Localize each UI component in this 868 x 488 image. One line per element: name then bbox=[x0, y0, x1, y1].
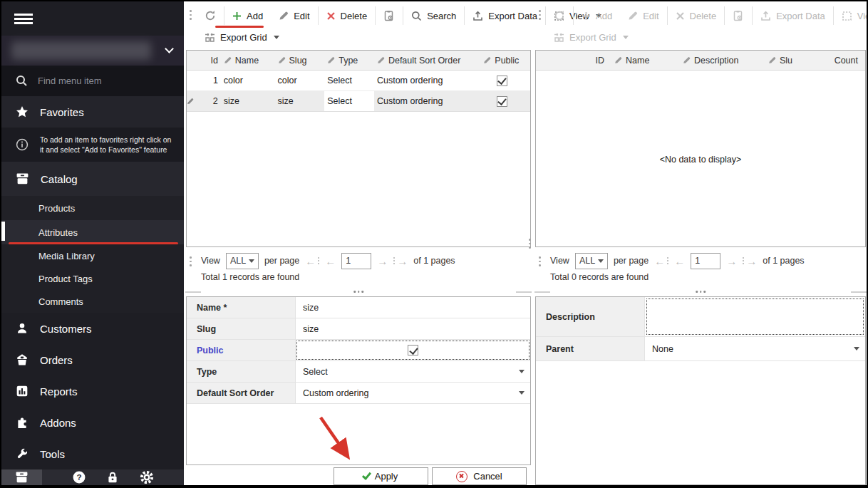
first-page-button[interactable]: ← bbox=[305, 256, 319, 266]
sidebar-item-tools[interactable]: Tools bbox=[1, 438, 184, 469]
column-header-public[interactable]: Public bbox=[473, 51, 530, 70]
refresh-button[interactable] bbox=[546, 6, 573, 25]
next-page-button[interactable]: → bbox=[377, 256, 388, 266]
lock-button[interactable] bbox=[106, 471, 119, 484]
plus-icon bbox=[232, 11, 242, 21]
grid-row-size-selected[interactable]: 2 size size Select Custom ordering bbox=[187, 91, 530, 112]
view-dropdown-button[interactable]: View bbox=[834, 6, 868, 25]
plus-icon bbox=[582, 11, 591, 21]
grid-resize-handle[interactable] bbox=[529, 239, 531, 249]
column-header-name[interactable]: Name bbox=[607, 51, 676, 70]
sort-dropdown[interactable]: Custom ordering bbox=[296, 383, 530, 403]
hamburger-menu-button[interactable] bbox=[1, 1, 184, 36]
account-selector[interactable] bbox=[1, 36, 184, 66]
check-icon bbox=[362, 470, 371, 480]
page-size-select[interactable]: ALL bbox=[226, 253, 259, 269]
column-header-slug[interactable]: Slug bbox=[275, 51, 325, 70]
sidebar-item-products[interactable]: Products bbox=[1, 196, 184, 220]
last-page-button[interactable]: → bbox=[743, 256, 757, 266]
pencil-icon bbox=[483, 56, 491, 64]
name-field[interactable]: size bbox=[296, 297, 530, 318]
description-textarea[interactable] bbox=[646, 298, 864, 335]
refresh-button[interactable] bbox=[197, 6, 224, 25]
column-header-name[interactable]: Name bbox=[221, 51, 275, 70]
public-checkbox[interactable] bbox=[497, 96, 507, 107]
first-page-button[interactable]: ← bbox=[654, 256, 668, 266]
page-number-input[interactable] bbox=[691, 253, 720, 269]
sidebar-item-addons[interactable]: Addons bbox=[1, 407, 184, 438]
export-grid-button[interactable]: Export Grid bbox=[197, 28, 287, 46]
field-label: Type bbox=[187, 361, 296, 382]
sidebar-item-product-tags[interactable]: Product Tags bbox=[1, 267, 184, 290]
sidebar-item-customers[interactable]: Customers bbox=[1, 313, 184, 344]
column-header-description[interactable]: Description bbox=[676, 51, 761, 70]
svg-text:?: ? bbox=[77, 472, 82, 482]
chevron-down-icon bbox=[519, 370, 525, 373]
preview-button[interactable] bbox=[725, 6, 752, 25]
sidebar-item-attributes[interactable]: Attributes bbox=[1, 220, 184, 244]
parent-dropdown[interactable]: None bbox=[645, 337, 865, 360]
edit-button[interactable]: Edit bbox=[271, 6, 317, 25]
splitter[interactable] bbox=[534, 290, 867, 294]
prev-page-button[interactable]: ← bbox=[325, 256, 336, 266]
circle-x-icon bbox=[456, 471, 467, 482]
form-row-sort: Default Sort Order Custom ordering bbox=[187, 383, 530, 404]
cancel-button[interactable]: Cancel bbox=[432, 467, 527, 485]
tools-wrench-icon bbox=[16, 447, 29, 460]
orders-basket-icon bbox=[16, 353, 29, 366]
export-data-button[interactable]: Export Data bbox=[753, 6, 833, 25]
prev-page-button[interactable]: ← bbox=[674, 256, 685, 266]
type-dropdown[interactable]: Select bbox=[296, 361, 530, 382]
splitter-handle[interactable] bbox=[353, 291, 363, 293]
add-button[interactable]: Add bbox=[574, 6, 620, 25]
grid-row-color[interactable]: 1 color color Select Custom ordering bbox=[187, 71, 530, 91]
column-header-id[interactable]: Id bbox=[197, 51, 221, 70]
sidebar-item-reports[interactable]: Reports bbox=[1, 375, 184, 407]
slug-field[interactable]: size bbox=[296, 318, 530, 339]
public-checkbox[interactable] bbox=[408, 345, 418, 355]
settings-gear-button[interactable] bbox=[140, 470, 154, 484]
column-header-id[interactable]: ID bbox=[536, 51, 607, 70]
column-header-sort[interactable]: Default Sort Order bbox=[374, 51, 473, 70]
sidebar-item-media-library[interactable]: Media Library bbox=[1, 244, 184, 267]
public-field bbox=[296, 340, 530, 360]
attributes-pager: View ALL per page ← ← → → of 1 pages bbox=[185, 251, 532, 271]
export-data-button[interactable]: Export Data bbox=[465, 6, 545, 25]
grid-arrows-icon bbox=[554, 32, 564, 43]
sidebar-item-favorites[interactable]: Favorites bbox=[1, 96, 184, 128]
column-header-slug[interactable]: Slu bbox=[761, 51, 812, 70]
chevron-down-icon bbox=[854, 347, 859, 351]
sidebar-item-comments[interactable]: Comments bbox=[1, 290, 184, 313]
addons-puzzle-icon bbox=[16, 416, 29, 429]
apply-button[interactable]: Apply bbox=[334, 467, 428, 485]
records-total: Total 1 records are found bbox=[201, 272, 299, 282]
help-button[interactable]: ? bbox=[72, 470, 86, 484]
page-number-input[interactable] bbox=[341, 253, 371, 269]
sidebar-item-catalog[interactable]: Catalog bbox=[1, 162, 184, 196]
field-label: Default Sort Order bbox=[187, 383, 296, 403]
add-button[interactable]: Add bbox=[224, 6, 271, 25]
splitter-handle[interactable] bbox=[696, 291, 706, 293]
next-page-button[interactable]: → bbox=[726, 256, 737, 266]
delete-button[interactable]: Delete bbox=[668, 6, 725, 25]
splitter[interactable] bbox=[185, 290, 532, 294]
page-size-select[interactable]: ALL bbox=[575, 253, 608, 269]
attributes-panel: Add Edit Delete bbox=[185, 1, 532, 485]
export-grid-button[interactable]: Export Grid bbox=[546, 28, 636, 46]
magnifier-icon bbox=[411, 11, 422, 21]
search-button[interactable]: Search bbox=[403, 6, 464, 25]
public-checkbox[interactable] bbox=[497, 76, 507, 86]
last-page-button[interactable]: → bbox=[393, 256, 408, 266]
column-header-type[interactable]: Type bbox=[324, 51, 374, 70]
preview-button[interactable] bbox=[376, 6, 403, 25]
grid-header-row: ID Name Description Slu Count bbox=[536, 51, 865, 71]
field-label: Public bbox=[187, 340, 296, 360]
pencil-icon bbox=[768, 56, 776, 64]
delete-button[interactable]: Delete bbox=[319, 6, 376, 25]
edit-button[interactable]: Edit bbox=[620, 6, 666, 25]
search-input[interactable] bbox=[38, 76, 152, 86]
sidebar-item-orders[interactable]: Orders bbox=[1, 344, 184, 375]
catalog-shortcut-button[interactable] bbox=[1, 469, 42, 485]
clipboard-eye-icon bbox=[383, 10, 395, 21]
column-header-count[interactable]: Count bbox=[812, 51, 864, 70]
